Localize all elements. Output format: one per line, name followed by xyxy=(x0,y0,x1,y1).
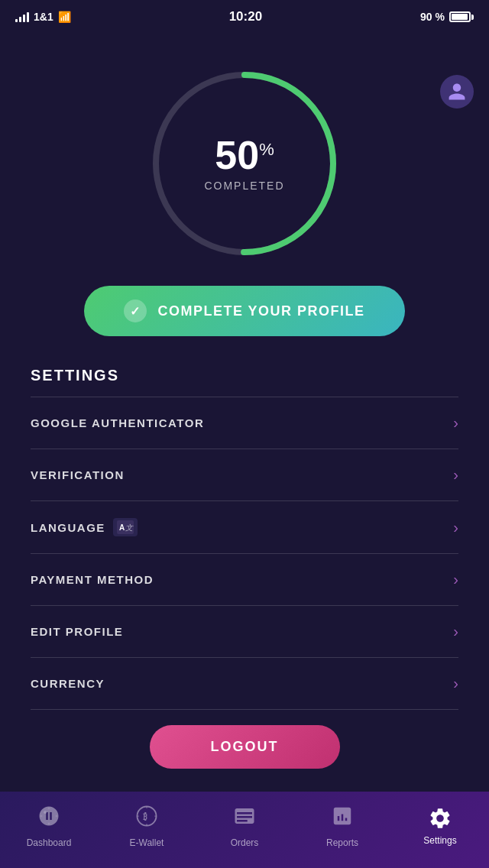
status-right: 90 % xyxy=(420,11,474,23)
orders-icon xyxy=(233,805,256,833)
language-icon: A 文 xyxy=(113,518,138,536)
chevron-right-icon: › xyxy=(453,623,458,640)
svg-text:A: A xyxy=(119,523,125,532)
progress-circle-container: 50% COMPLETED xyxy=(0,49,489,286)
verification-label: VERIFICATION xyxy=(31,468,125,481)
currency-label: CURRENCY xyxy=(31,677,105,690)
complete-profile-label: COMPLETE YOUR PROFILE xyxy=(157,303,364,319)
logout-button[interactable]: LOGOUT xyxy=(150,725,340,769)
wifi-icon: 📶 xyxy=(58,11,71,23)
completed-label: COMPLETED xyxy=(204,180,284,192)
progress-circle: 50% COMPLETED xyxy=(145,64,344,263)
nav-item-settings[interactable]: Settings xyxy=(410,806,471,846)
settings-title: SETTINGS xyxy=(31,367,458,384)
profile-avatar[interactable] xyxy=(440,75,474,108)
settings-item-google-authenticator[interactable]: GOOGLE AUTHENTICATOR › xyxy=(31,397,458,449)
settings-item-currency[interactable]: CURRENCY › xyxy=(31,658,458,709)
ewallet-nav-label: E-Wallet xyxy=(130,837,164,848)
chevron-right-icon: › xyxy=(453,414,458,432)
nav-item-reports[interactable]: Reports xyxy=(312,805,373,848)
settings-section: SETTINGS GOOGLE AUTHENTICATOR › VERIFICA… xyxy=(0,367,489,710)
payment-method-label: PAYMENT METHOD xyxy=(31,573,154,586)
chevron-right-icon: › xyxy=(453,519,458,536)
clock: 10:20 xyxy=(229,9,262,24)
chevron-right-icon: › xyxy=(453,675,458,692)
battery-icon xyxy=(449,11,474,22)
orders-nav-label: Orders xyxy=(231,837,259,848)
user-icon xyxy=(447,82,467,102)
ewallet-icon: ₿ xyxy=(135,805,158,833)
bottom-navigation: Dashboard ₿ E-Wallet Orders Reports xyxy=(0,792,489,868)
settings-item-payment-method[interactable]: PAYMENT METHOD › xyxy=(31,554,458,605)
google-auth-label: GOOGLE AUTHENTICATOR xyxy=(31,416,204,429)
settings-nav-label: Settings xyxy=(423,835,456,846)
svg-point-5 xyxy=(44,811,47,814)
nav-item-dashboard[interactable]: Dashboard xyxy=(18,805,79,848)
language-label: LANGUAGE xyxy=(31,521,105,534)
dashboard-icon xyxy=(37,805,60,833)
settings-item-edit-profile[interactable]: EDIT PROFILE › xyxy=(31,606,458,657)
carrier-label: 1&1 xyxy=(34,11,53,23)
chevron-right-icon: › xyxy=(453,466,458,484)
complete-profile-wrap: ✓ COMPLETE YOUR PROFILE xyxy=(0,286,489,367)
nav-item-ewallet[interactable]: ₿ E-Wallet xyxy=(116,805,177,848)
svg-text:₿: ₿ xyxy=(143,812,147,821)
reports-nav-label: Reports xyxy=(326,837,358,848)
progress-text: 50% COMPLETED xyxy=(204,135,284,192)
settings-gear-icon xyxy=(428,806,452,831)
status-left: 1&1 📶 xyxy=(15,11,71,23)
complete-profile-button[interactable]: ✓ COMPLETE YOUR PROFILE xyxy=(84,286,405,336)
percent-symbol: % xyxy=(259,140,274,159)
check-icon: ✓ xyxy=(124,300,147,322)
edit-profile-label: EDIT PROFILE xyxy=(31,625,123,638)
main-content: 50% COMPLETED ✓ COMPLETE YOUR PROFILE SE… xyxy=(0,34,489,845)
settings-item-language[interactable]: LANGUAGE A 文 › xyxy=(31,501,458,553)
battery-label: 90 % xyxy=(420,11,445,23)
dashboard-nav-label: Dashboard xyxy=(27,837,72,848)
status-bar: 1&1 📶 10:20 90 % xyxy=(0,0,489,34)
reports-icon xyxy=(331,805,354,833)
signal-icon xyxy=(15,11,29,22)
nav-item-orders[interactable]: Orders xyxy=(214,805,275,848)
percent-value: 50% xyxy=(204,135,284,175)
svg-text:文: 文 xyxy=(125,523,134,532)
settings-item-verification[interactable]: VERIFICATION › xyxy=(31,449,458,500)
chevron-right-icon: › xyxy=(453,571,458,588)
